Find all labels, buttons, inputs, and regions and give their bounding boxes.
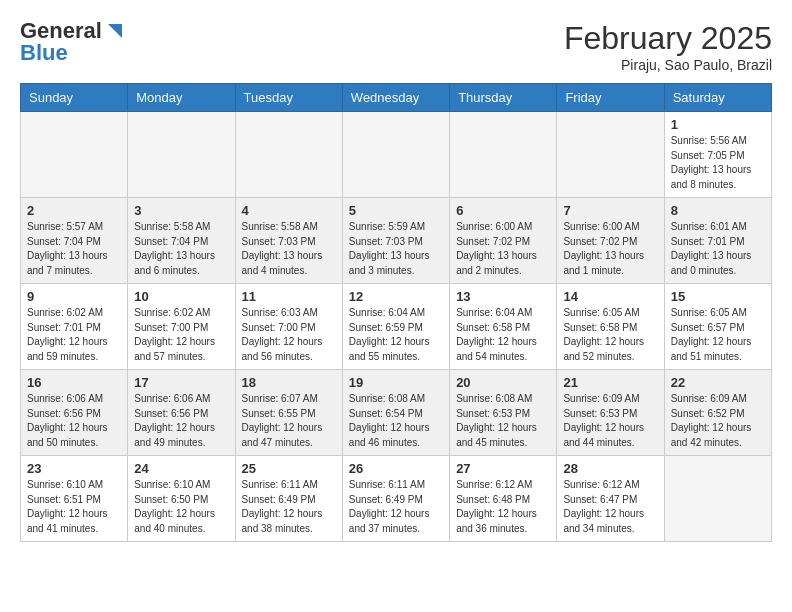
calendar-day-cell: 8Sunrise: 6:01 AM Sunset: 7:01 PM Daylig… (664, 198, 771, 284)
location-text: Piraju, Sao Paulo, Brazil (564, 57, 772, 73)
calendar-week-row: 1Sunrise: 5:56 AM Sunset: 7:05 PM Daylig… (21, 112, 772, 198)
calendar-table: SundayMondayTuesdayWednesdayThursdayFrid… (20, 83, 772, 542)
calendar-day-cell: 4Sunrise: 5:58 AM Sunset: 7:03 PM Daylig… (235, 198, 342, 284)
day-info: Sunrise: 6:04 AM Sunset: 6:59 PM Dayligh… (349, 306, 443, 364)
calendar-week-row: 2Sunrise: 5:57 AM Sunset: 7:04 PM Daylig… (21, 198, 772, 284)
day-number: 7 (563, 203, 657, 218)
page-header: General Blue February 2025 Piraju, Sao P… (20, 20, 772, 73)
day-number: 6 (456, 203, 550, 218)
day-number: 10 (134, 289, 228, 304)
calendar-header-row: SundayMondayTuesdayWednesdayThursdayFrid… (21, 84, 772, 112)
day-info: Sunrise: 6:00 AM Sunset: 7:02 PM Dayligh… (456, 220, 550, 278)
day-number: 4 (242, 203, 336, 218)
svg-marker-0 (108, 24, 122, 38)
weekday-header-wednesday: Wednesday (342, 84, 449, 112)
calendar-day-cell: 22Sunrise: 6:09 AM Sunset: 6:52 PM Dayli… (664, 370, 771, 456)
day-info: Sunrise: 5:58 AM Sunset: 7:04 PM Dayligh… (134, 220, 228, 278)
calendar-day-cell: 28Sunrise: 6:12 AM Sunset: 6:47 PM Dayli… (557, 456, 664, 542)
day-number: 13 (456, 289, 550, 304)
day-info: Sunrise: 6:07 AM Sunset: 6:55 PM Dayligh… (242, 392, 336, 450)
day-number: 11 (242, 289, 336, 304)
weekday-header-monday: Monday (128, 84, 235, 112)
day-number: 23 (27, 461, 121, 476)
calendar-day-cell (342, 112, 449, 198)
day-info: Sunrise: 6:02 AM Sunset: 7:01 PM Dayligh… (27, 306, 121, 364)
calendar-day-cell: 20Sunrise: 6:08 AM Sunset: 6:53 PM Dayli… (450, 370, 557, 456)
day-info: Sunrise: 6:05 AM Sunset: 6:57 PM Dayligh… (671, 306, 765, 364)
day-info: Sunrise: 6:02 AM Sunset: 7:00 PM Dayligh… (134, 306, 228, 364)
day-info: Sunrise: 6:11 AM Sunset: 6:49 PM Dayligh… (242, 478, 336, 536)
calendar-day-cell (21, 112, 128, 198)
day-info: Sunrise: 6:12 AM Sunset: 6:48 PM Dayligh… (456, 478, 550, 536)
day-number: 28 (563, 461, 657, 476)
calendar-day-cell: 10Sunrise: 6:02 AM Sunset: 7:00 PM Dayli… (128, 284, 235, 370)
day-info: Sunrise: 5:58 AM Sunset: 7:03 PM Dayligh… (242, 220, 336, 278)
calendar-day-cell: 23Sunrise: 6:10 AM Sunset: 6:51 PM Dayli… (21, 456, 128, 542)
calendar-day-cell: 7Sunrise: 6:00 AM Sunset: 7:02 PM Daylig… (557, 198, 664, 284)
day-number: 9 (27, 289, 121, 304)
day-number: 17 (134, 375, 228, 390)
day-info: Sunrise: 6:06 AM Sunset: 6:56 PM Dayligh… (27, 392, 121, 450)
calendar-day-cell: 5Sunrise: 5:59 AM Sunset: 7:03 PM Daylig… (342, 198, 449, 284)
day-info: Sunrise: 6:06 AM Sunset: 6:56 PM Dayligh… (134, 392, 228, 450)
day-number: 1 (671, 117, 765, 132)
calendar-week-row: 16Sunrise: 6:06 AM Sunset: 6:56 PM Dayli… (21, 370, 772, 456)
calendar-day-cell: 26Sunrise: 6:11 AM Sunset: 6:49 PM Dayli… (342, 456, 449, 542)
calendar-day-cell: 24Sunrise: 6:10 AM Sunset: 6:50 PM Dayli… (128, 456, 235, 542)
weekday-header-sunday: Sunday (21, 84, 128, 112)
day-info: Sunrise: 5:56 AM Sunset: 7:05 PM Dayligh… (671, 134, 765, 192)
logo: General Blue (20, 20, 122, 64)
day-info: Sunrise: 6:09 AM Sunset: 6:53 PM Dayligh… (563, 392, 657, 450)
logo-general-text: General (20, 20, 102, 42)
day-number: 15 (671, 289, 765, 304)
weekday-header-saturday: Saturday (664, 84, 771, 112)
day-info: Sunrise: 6:03 AM Sunset: 7:00 PM Dayligh… (242, 306, 336, 364)
calendar-day-cell: 14Sunrise: 6:05 AM Sunset: 6:58 PM Dayli… (557, 284, 664, 370)
day-info: Sunrise: 6:10 AM Sunset: 6:51 PM Dayligh… (27, 478, 121, 536)
title-section: February 2025 Piraju, Sao Paulo, Brazil (564, 20, 772, 73)
day-info: Sunrise: 6:01 AM Sunset: 7:01 PM Dayligh… (671, 220, 765, 278)
day-info: Sunrise: 6:09 AM Sunset: 6:52 PM Dayligh… (671, 392, 765, 450)
day-number: 26 (349, 461, 443, 476)
day-number: 21 (563, 375, 657, 390)
calendar-day-cell (128, 112, 235, 198)
calendar-day-cell (664, 456, 771, 542)
day-info: Sunrise: 6:05 AM Sunset: 6:58 PM Dayligh… (563, 306, 657, 364)
day-number: 14 (563, 289, 657, 304)
calendar-day-cell: 17Sunrise: 6:06 AM Sunset: 6:56 PM Dayli… (128, 370, 235, 456)
logo-blue-text: Blue (20, 42, 68, 64)
calendar-day-cell (235, 112, 342, 198)
calendar-day-cell: 1Sunrise: 5:56 AM Sunset: 7:05 PM Daylig… (664, 112, 771, 198)
day-info: Sunrise: 6:08 AM Sunset: 6:54 PM Dayligh… (349, 392, 443, 450)
month-title: February 2025 (564, 20, 772, 57)
weekday-header-friday: Friday (557, 84, 664, 112)
day-number: 5 (349, 203, 443, 218)
calendar-day-cell (450, 112, 557, 198)
calendar-day-cell: 19Sunrise: 6:08 AM Sunset: 6:54 PM Dayli… (342, 370, 449, 456)
calendar-day-cell: 6Sunrise: 6:00 AM Sunset: 7:02 PM Daylig… (450, 198, 557, 284)
day-number: 2 (27, 203, 121, 218)
day-number: 25 (242, 461, 336, 476)
calendar-day-cell: 21Sunrise: 6:09 AM Sunset: 6:53 PM Dayli… (557, 370, 664, 456)
calendar-day-cell: 12Sunrise: 6:04 AM Sunset: 6:59 PM Dayli… (342, 284, 449, 370)
day-info: Sunrise: 6:12 AM Sunset: 6:47 PM Dayligh… (563, 478, 657, 536)
day-number: 8 (671, 203, 765, 218)
calendar-day-cell: 18Sunrise: 6:07 AM Sunset: 6:55 PM Dayli… (235, 370, 342, 456)
calendar-day-cell: 3Sunrise: 5:58 AM Sunset: 7:04 PM Daylig… (128, 198, 235, 284)
day-info: Sunrise: 6:11 AM Sunset: 6:49 PM Dayligh… (349, 478, 443, 536)
day-number: 16 (27, 375, 121, 390)
day-info: Sunrise: 6:04 AM Sunset: 6:58 PM Dayligh… (456, 306, 550, 364)
calendar-day-cell: 2Sunrise: 5:57 AM Sunset: 7:04 PM Daylig… (21, 198, 128, 284)
logo-triangle-icon (104, 22, 122, 40)
calendar-day-cell: 27Sunrise: 6:12 AM Sunset: 6:48 PM Dayli… (450, 456, 557, 542)
day-info: Sunrise: 6:10 AM Sunset: 6:50 PM Dayligh… (134, 478, 228, 536)
day-number: 18 (242, 375, 336, 390)
day-info: Sunrise: 6:08 AM Sunset: 6:53 PM Dayligh… (456, 392, 550, 450)
calendar-day-cell: 9Sunrise: 6:02 AM Sunset: 7:01 PM Daylig… (21, 284, 128, 370)
day-number: 3 (134, 203, 228, 218)
weekday-header-thursday: Thursday (450, 84, 557, 112)
day-number: 20 (456, 375, 550, 390)
calendar-day-cell: 16Sunrise: 6:06 AM Sunset: 6:56 PM Dayli… (21, 370, 128, 456)
calendar-week-row: 9Sunrise: 6:02 AM Sunset: 7:01 PM Daylig… (21, 284, 772, 370)
calendar-day-cell: 11Sunrise: 6:03 AM Sunset: 7:00 PM Dayli… (235, 284, 342, 370)
